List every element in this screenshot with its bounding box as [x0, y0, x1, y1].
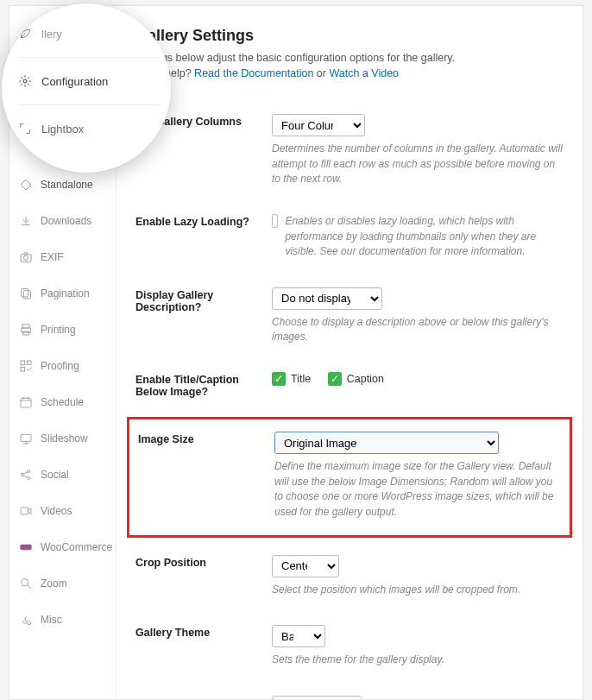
- zoom-item-gallery[interactable]: llery: [17, 26, 159, 58]
- svg-point-13: [28, 470, 30, 472]
- label-crop: Crop Position: [135, 555, 272, 569]
- camera-icon: [18, 249, 34, 265]
- select-description[interactable]: Do not display: [272, 287, 382, 310]
- diamond-icon: [18, 177, 34, 192]
- sidebar-item-slideshow[interactable]: Slideshow: [9, 420, 116, 457]
- help-size: Define the maximum image size for the Ga…: [274, 459, 561, 520]
- sidebar-item-printing[interactable]: Printing: [9, 312, 116, 348]
- sidebar-item-pagination[interactable]: Pagination: [9, 275, 116, 312]
- svg-rect-9: [21, 367, 25, 371]
- doc-link[interactable]: Read the Documentation: [194, 67, 313, 79]
- help-columns: Determines the number of columns in the …: [272, 142, 564, 186]
- slideshow-icon: [18, 431, 34, 446]
- svg-point-18: [23, 79, 27, 83]
- row-gutter: Column Gutter Width px Sets the space be…: [135, 687, 564, 699]
- svg-point-17: [22, 579, 28, 586]
- sidebar-item-misc[interactable]: Misc: [9, 602, 116, 638]
- svg-rect-10: [21, 398, 31, 407]
- svg-point-12: [21, 473, 23, 476]
- label-gutter: Column Gutter Width: [135, 696, 272, 699]
- sidebar-item-woocommerce[interactable]: WooCommerce: [9, 529, 116, 565]
- label-theme: Gallery Theme: [135, 625, 272, 639]
- svg-rect-2: [22, 289, 28, 297]
- printer-icon: [18, 322, 34, 337]
- svg-rect-3: [23, 291, 30, 299]
- help-theme: Sets the theme for the gallery display.: [272, 653, 564, 667]
- sidebar-item-label: Zoom: [41, 577, 67, 590]
- help-crop: Select the position which images will be…: [272, 583, 564, 597]
- share-icon: [18, 467, 34, 482]
- zoom-item-lightbox[interactable]: Lightbox: [17, 105, 159, 152]
- gear-icon: [17, 73, 33, 89]
- sidebar-item-label: Pagination: [41, 287, 90, 300]
- zoom-item-label: llery: [41, 28, 62, 41]
- sidebar-item-label: Printing: [41, 324, 76, 336]
- page-intro: settings below adjust the basic configur…: [135, 50, 564, 81]
- sidebar-item-schedule[interactable]: Schedule: [9, 384, 116, 420]
- checkbox-caption[interactable]: ✓: [328, 372, 342, 386]
- sidebar-item-label: Proofing: [41, 360, 79, 372]
- sidebar-item-label: Schedule: [41, 396, 84, 408]
- expand-icon: [17, 121, 33, 136]
- row-caption: Enable Title/Caption Below Image? ✓Title…: [135, 363, 564, 417]
- input-gutter[interactable]: [272, 696, 362, 699]
- row-image-size: Image Size Original Image Define the max…: [127, 417, 572, 538]
- label-title-cb: Title: [291, 373, 311, 385]
- sidebar-item-downloads[interactable]: Downloads: [9, 203, 116, 239]
- sidebar-item-zoom[interactable]: Zoom: [9, 565, 116, 602]
- svg-rect-6: [23, 331, 29, 335]
- zoom-item-configuration[interactable]: Configuration: [17, 58, 159, 105]
- select-crop[interactable]: Center: [272, 555, 339, 577]
- download-icon: [18, 213, 34, 229]
- sidebar-item-label: Slideshow: [41, 432, 88, 445]
- svg-point-1: [23, 255, 28, 260]
- label-description: Display Gallery Description?: [135, 287, 272, 313]
- row-columns: r of Gallery Columns Four Columns (4) De…: [135, 105, 564, 205]
- video-icon: [18, 503, 34, 519]
- row-description: Display Gallery Description? Do not disp…: [135, 279, 564, 364]
- zoom-item-label: Lightbox: [41, 123, 84, 136]
- sidebar-item-label: Videos: [41, 505, 72, 517]
- sidebar-item-label: Misc: [41, 614, 62, 626]
- sidebar-item-exif[interactable]: EXIF: [9, 239, 116, 275]
- video-link[interactable]: Watch a Video: [329, 67, 399, 79]
- checkbox-title[interactable]: ✓: [272, 372, 286, 386]
- row-theme: Gallery Theme Base Sets the theme for th…: [135, 616, 564, 686]
- sidebar-item-social[interactable]: Social: [9, 457, 116, 493]
- sidebar-item-label: Downloads: [41, 215, 91, 227]
- sidebar-item-label: Social: [41, 469, 69, 481]
- wrench-icon: [18, 612, 34, 627]
- sidebar-item-label: EXIF: [41, 251, 64, 263]
- page-title: Gallery Settings: [135, 27, 564, 45]
- svg-point-14: [28, 476, 30, 479]
- select-columns[interactable]: Four Columns (4): [272, 114, 365, 136]
- sidebar-item-proofing[interactable]: Proofing: [9, 348, 116, 384]
- checkbox-lazy[interactable]: [272, 214, 278, 228]
- calendar-icon: [18, 394, 34, 410]
- row-lazy: Enable Lazy Loading? Enables or disables…: [135, 205, 564, 278]
- sidebar-item-standalone[interactable]: Standalone: [9, 167, 116, 203]
- label-caption-cb: Caption: [347, 373, 384, 385]
- zoom-overlay: llery Configuration Lightbox: [2, 3, 171, 173]
- select-image-size[interactable]: Original Image: [274, 432, 499, 454]
- pages-icon: [18, 286, 34, 301]
- grid-check-icon: [18, 358, 34, 374]
- svg-rect-15: [21, 508, 28, 514]
- label-caption: Enable Title/Caption Below Image?: [135, 372, 272, 398]
- woo-icon: [18, 539, 34, 555]
- sidebar-item-videos[interactable]: Videos: [9, 493, 116, 529]
- zoom-icon: [18, 576, 34, 591]
- svg-rect-11: [21, 434, 31, 441]
- sidebar-item-label: Standalone: [41, 179, 93, 191]
- help-lazy: Enables or disables lazy loading, which …: [285, 214, 564, 259]
- svg-rect-4: [22, 325, 29, 328]
- zoom-item-label: Configuration: [41, 75, 108, 88]
- help-description: Choose to display a description above or…: [272, 315, 564, 345]
- select-theme[interactable]: Base: [272, 625, 325, 647]
- label-size: Image Size: [138, 432, 274, 445]
- svg-rect-8: [27, 361, 31, 365]
- svg-rect-16: [20, 545, 31, 551]
- svg-rect-7: [21, 361, 25, 365]
- main-content: Gallery Settings settings below adjust t…: [117, 6, 583, 699]
- label-lazy: Enable Lazy Loading?: [135, 214, 272, 228]
